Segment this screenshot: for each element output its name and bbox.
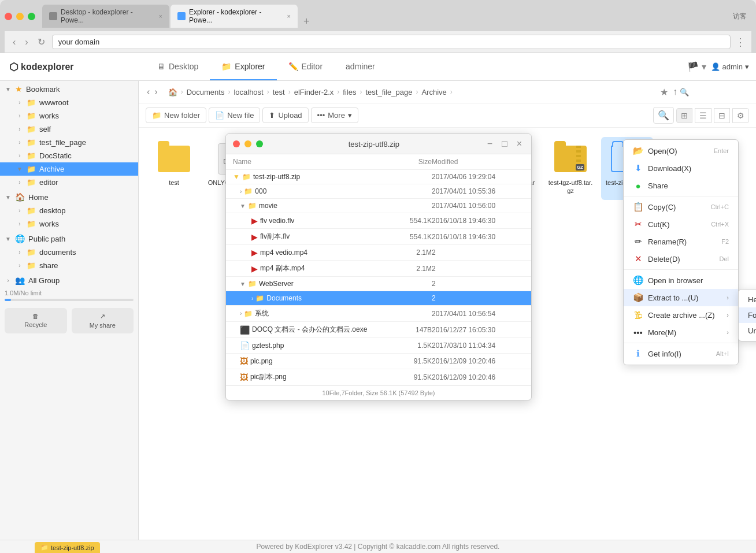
nav-tab-explorer[interactable]: 📁 Explorer	[210, 54, 276, 80]
recycle-button[interactable]: 🗑 Recycle	[5, 308, 67, 333]
back-button[interactable]: ‹	[10, 36, 18, 49]
submenu-here[interactable]: Here	[739, 292, 756, 307]
upload-button[interactable]: ⬆ Upload	[262, 107, 308, 123]
more-button[interactable]: ••• More ▾	[311, 107, 358, 123]
zip-row-php[interactable]: 📄 gztest.php 1.5K 2017/03/10 11:04:34	[226, 338, 531, 354]
sidebar-item-docstatic[interactable]: › 📁 DocStatic	[0, 149, 138, 162]
tab-close-2[interactable]: ×	[287, 13, 291, 20]
sidebar-item-archive[interactable]: ▼ 📁 Archive	[0, 162, 138, 176]
modal-close-button[interactable]: ×	[514, 139, 524, 149]
search-files-button[interactable]: 🔍	[653, 107, 674, 124]
ctx-open-browser[interactable]: 🌐 Open in browser	[624, 272, 738, 289]
breadcrumb-documents[interactable]: Documents	[184, 87, 227, 98]
zip-row-flv2[interactable]: ▶ flv副本.flv 554.1K 2016/10/18 19:46:30	[226, 229, 531, 245]
share-toggle[interactable]: ›	[16, 262, 23, 269]
minimize-button[interactable]	[16, 13, 24, 20]
taskbar-item[interactable]: 📁 test-zip-utf8.zip	[35, 542, 100, 553]
sidebar-item-self[interactable]: › 📁 self	[0, 123, 138, 136]
ctx-share[interactable]: ● Share	[624, 177, 738, 194]
zip-row-documents[interactable]: › 📁 Documents 2	[226, 291, 531, 306]
my-share-button[interactable]: ↗ My share	[72, 308, 134, 333]
zip-row-000[interactable]: › 📁 000 2017/04/01 10:55:36	[226, 184, 531, 199]
settings-view-button[interactable]: ⚙	[732, 108, 749, 123]
zip-000-toggle[interactable]: ›	[240, 188, 242, 195]
bookmark-toggle-icon[interactable]: ▼	[5, 86, 12, 92]
bookmark-path-button[interactable]: ★	[660, 87, 668, 98]
breadcrumb-test-file-page[interactable]: test_file_page	[363, 87, 414, 98]
ctx-rename[interactable]: ✏ Rename(R) F2	[624, 233, 738, 250]
sidebar-item-editor[interactable]: › 📁 editor	[0, 176, 138, 189]
nav-tab-adminer[interactable]: adminer	[334, 54, 387, 80]
new-file-button[interactable]: 📄 New file	[209, 107, 260, 123]
sidebar-section-home[interactable]: ▼ 🏠 Home	[0, 189, 138, 204]
grid-view-button[interactable]: ⊞	[676, 108, 692, 123]
sidebar-item-test-file-page[interactable]: › 📁 test_file_page	[0, 136, 138, 149]
sidebar-item-share[interactable]: › 📁 share	[0, 259, 138, 272]
zip-row-mp4-2[interactable]: ▶ mp4 副本.mp4 2.1M 2	[226, 261, 531, 277]
zip-row-root[interactable]: ▼ 📁 test-zip-utf8.zip 2017/04/06 19:29:0…	[226, 170, 531, 184]
ctx-download[interactable]: ⬇ Download(X)	[624, 159, 738, 177]
ctx-extract[interactable]: 📦 Extract to ...(U) › Here Folder	[624, 289, 738, 306]
panel-view-button[interactable]: ⊟	[714, 108, 730, 123]
docs-toggle[interactable]: ›	[16, 249, 23, 256]
xitong-toggle[interactable]: ›	[240, 310, 242, 317]
zip-row-docq[interactable]: ⬛ DOCQ 文档云 - 会办公的文档云.oexe 147B 2016/12/2…	[226, 322, 531, 338]
zip-row-mp4-1[interactable]: ▶ mp4 vedio.mp4 2.1M 2	[226, 245, 531, 261]
docstatic-toggle[interactable]: ›	[16, 153, 23, 159]
ctx-create-archive[interactable]: 🗜 Create archive ...(Z) ›	[624, 306, 738, 324]
tab-close-1[interactable]: ×	[159, 13, 162, 20]
up-dir-button[interactable]: ↑	[673, 87, 677, 98]
browser-more-button[interactable]: ⋮	[735, 36, 746, 49]
zip-movie-toggle[interactable]: ▼	[240, 203, 246, 209]
webserver-toggle[interactable]: ▼	[240, 281, 246, 287]
zip-row-webserver[interactable]: ▼ 📁 WebServer 2	[226, 277, 531, 291]
ctx-copy[interactable]: 📋 Copy(C) Ctrl+C	[624, 198, 738, 216]
address-input[interactable]	[52, 35, 731, 49]
self-toggle[interactable]: ›	[16, 126, 23, 133]
zip-row-flv1[interactable]: ▶ flv vedio.flv 554.1K 2016/10/18 19:46:…	[226, 213, 531, 229]
search-input[interactable]	[691, 88, 749, 97]
ctx-info[interactable]: ℹ Get info(I) Alt+I	[624, 345, 738, 362]
path-forward-button[interactable]: ›	[153, 86, 158, 98]
allgroup-toggle-icon[interactable]: ›	[5, 277, 12, 284]
desktop-toggle[interactable]: ›	[16, 207, 23, 214]
ctx-delete[interactable]: ✕ Delete(D) Del	[624, 250, 738, 268]
nav-tab-desktop[interactable]: 🖥 Desktop	[146, 54, 210, 80]
path-back-button[interactable]: ‹	[146, 86, 151, 98]
zip-row-png1[interactable]: 🖼 pic.png 91.5K 2016/12/09 10:20:46	[226, 354, 531, 369]
home-toggle-icon[interactable]: ▼	[5, 194, 12, 201]
docs-toggle2[interactable]: ›	[251, 295, 253, 302]
breadcrumb-elfinder[interactable]: elFinder-2.x	[292, 87, 336, 98]
zip-row-png2[interactable]: 🖼 pic副本.png 91.5K 2016/12/09 10:20:46	[226, 369, 531, 385]
admin-button[interactable]: 👤 admin ▾	[711, 62, 749, 71]
modal-maximize-button[interactable]: □	[499, 139, 510, 149]
breadcrumb-archive[interactable]: Archive	[419, 87, 449, 98]
editor-toggle[interactable]: ›	[16, 179, 23, 186]
sidebar-item-works[interactable]: › 📁 works	[0, 109, 138, 123]
browser-tab-2[interactable]: Explorer - kodexplorer - Powe... ×	[171, 5, 298, 28]
sidebar-item-wwwroot[interactable]: › 📁 wwwroot	[0, 96, 138, 109]
close-button[interactable]	[5, 13, 12, 20]
public-toggle-icon[interactable]: ▼	[5, 235, 12, 242]
sidebar-section-public[interactable]: ▼ 🌐 Public path	[0, 231, 138, 246]
maximize-button[interactable]	[28, 13, 35, 20]
flag-button[interactable]: 🏴 ▾	[687, 61, 706, 72]
sidebar-section-allgroup[interactable]: › 👥 All Group	[0, 272, 138, 287]
sidebar-item-works2[interactable]: › 📁 works	[0, 217, 138, 231]
sidebar-item-documents[interactable]: › 📁 documents	[0, 246, 138, 259]
browser-tab-1[interactable]: Desktop - kodexplorer - Powe... ×	[42, 5, 169, 28]
new-tab-button[interactable]: +	[301, 16, 312, 28]
file-item-tgz[interactable]: GZ test-tgz-utf8.tar.gz	[544, 137, 596, 200]
modal-minimize-button[interactable]: −	[485, 139, 495, 149]
zip-row-movie[interactable]: ▼ 📁 movie 2017/04/01 10:56:00	[226, 199, 531, 213]
forward-button[interactable]: ›	[23, 36, 30, 49]
refresh-button[interactable]: ↻	[35, 35, 47, 49]
new-folder-button[interactable]: 📁 New folder	[146, 107, 206, 123]
sidebar-section-bookmark[interactable]: ▼ ★ Bookmark	[0, 81, 138, 96]
ctx-more[interactable]: ••• More(M) ›	[624, 324, 738, 341]
sidebar-item-desktop[interactable]: › 📁 desktop	[0, 204, 138, 217]
breadcrumb-home-icon[interactable]: 🏠	[166, 87, 180, 98]
ctx-open[interactable]: 📂 Open(O) Enter	[624, 142, 738, 159]
tfp-toggle[interactable]: ›	[16, 139, 23, 146]
breadcrumb-localhost[interactable]: localhost	[231, 87, 265, 98]
